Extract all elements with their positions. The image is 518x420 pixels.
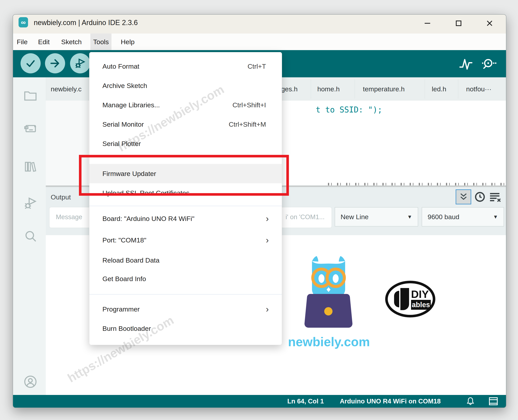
tab-home-h[interactable]: home.h xyxy=(317,77,340,101)
menu-item-reload-board-data[interactable]: Reload Board Data xyxy=(89,251,282,270)
debug-sidebar-icon xyxy=(23,196,38,211)
menu-tools[interactable]: Tools xyxy=(90,34,112,50)
menu-edit[interactable]: Edit xyxy=(35,34,53,50)
menu-item-programmer[interactable]: Programmer › xyxy=(89,300,282,319)
menu-item-auto-format[interactable]: Auto Format Ctrl+T xyxy=(89,57,282,76)
tab-led-h[interactable]: led.h xyxy=(432,77,446,101)
debug-button[interactable] xyxy=(70,53,90,73)
collapse-panel-button[interactable] xyxy=(456,189,471,204)
menu-item-label: Board: "Arduino UNO R4 WiFi" xyxy=(102,215,194,223)
sidebar-item-debug[interactable] xyxy=(23,195,38,211)
diyables-logo: DIY ables xyxy=(385,281,435,317)
message-placeholder-start: Message xyxy=(56,213,82,221)
verify-button[interactable] xyxy=(21,53,41,73)
sidebar-item-search[interactable] xyxy=(23,228,38,244)
diyables-text-bottom: ables xyxy=(411,300,431,310)
menu-item-label: Programmer xyxy=(102,305,140,313)
menu-separator xyxy=(89,206,282,206)
menu-sketch[interactable]: Sketch xyxy=(58,34,84,50)
submenu-chevron-icon: › xyxy=(266,236,270,244)
menu-item-serial-monitor[interactable]: Serial Monitor Ctrl+Shift+M xyxy=(89,115,282,134)
baud-rate-dropdown[interactable]: 9600 baud ▼ xyxy=(422,207,504,226)
dropdown-caret-icon: ▼ xyxy=(407,214,412,220)
diyables-mark xyxy=(394,291,399,307)
dropdown-caret-icon: ▼ xyxy=(493,214,498,220)
submenu-chevron-icon: › xyxy=(266,214,270,223)
serial-plotter-icon xyxy=(459,57,473,71)
board-connection-status[interactable]: Arduino UNO R4 WiFi on COM18 xyxy=(340,395,441,408)
tab-temperature-h[interactable]: temperature.h xyxy=(363,77,405,101)
menu-item-burn-bootloader[interactable]: Burn Bootloader xyxy=(89,319,282,338)
menu-item-label: Manage Libraries... xyxy=(102,101,160,109)
submenu-chevron-icon: › xyxy=(266,305,270,314)
upload-button[interactable] xyxy=(45,53,65,73)
serial-monitor-icon xyxy=(480,57,496,71)
menu-item-shortcut: Ctrl+Shift+M xyxy=(229,120,270,128)
menu-item-board[interactable]: Board: "Arduino UNO R4 WiFi" › xyxy=(89,209,282,228)
tools-dropdown-menu: Auto Format Ctrl+T Archive Sketch Manage… xyxy=(89,52,282,345)
diyables-text-top: DIY xyxy=(411,288,430,298)
menu-item-label: Serial Monitor xyxy=(102,120,144,128)
bell-icon xyxy=(466,397,475,405)
toggle-timestamp-button[interactable] xyxy=(473,190,486,203)
menu-item-label: Auto Format xyxy=(102,62,139,70)
board-icon xyxy=(23,121,38,136)
panel-layout-icon xyxy=(488,397,498,405)
tab-divider xyxy=(458,79,458,99)
tab-divider xyxy=(425,79,425,99)
menu-item-label: Reload Board Data xyxy=(102,256,159,264)
sidebar-item-account[interactable] xyxy=(23,374,38,390)
menu-file[interactable]: File xyxy=(14,34,30,50)
library-icon xyxy=(23,159,38,174)
menu-item-shortcut: Ctrl+Shift+I xyxy=(233,101,270,109)
serial-plotter-button[interactable] xyxy=(458,56,474,72)
menu-help[interactable]: Help xyxy=(118,34,137,50)
menu-item-archive-sketch[interactable]: Archive Sketch xyxy=(89,76,282,95)
tab-notfound-h[interactable]: notfou··· xyxy=(466,77,492,101)
menu-item-label: Burn Bootloader xyxy=(102,325,151,332)
sidebar-item-boards-manager[interactable] xyxy=(23,121,38,136)
clock-icon xyxy=(474,191,486,202)
menu-item-label: Port: "COM18" xyxy=(102,236,146,244)
serial-monitor-button[interactable] xyxy=(480,56,497,72)
diyables-mark xyxy=(400,288,409,310)
menu-item-get-board-info[interactable]: Get Board Info xyxy=(89,269,282,288)
menu-item-label: Archive Sketch xyxy=(102,82,147,90)
arrow-right-icon xyxy=(49,57,61,69)
output-tab-label[interactable]: Output xyxy=(51,193,71,201)
window-title: newbiely.com | Arduino IDE 2.3.6 xyxy=(34,19,138,27)
baud-rate-value: 9600 baud xyxy=(428,213,459,221)
owl-laptop xyxy=(305,294,353,328)
tab-newbiely-ino[interactable]: newbiely.c xyxy=(51,77,82,101)
newbiely-logo-text: newbiely.com xyxy=(287,335,370,349)
menu-bar xyxy=(13,34,506,50)
annotation-highlight-box xyxy=(79,155,289,196)
menu-item-label: Get Board Info xyxy=(102,275,146,283)
check-icon xyxy=(25,57,37,69)
menu-item-serial-plotter[interactable]: Serial Plotter xyxy=(89,134,282,153)
menu-item-manage-libraries[interactable]: Manage Libraries... Ctrl+Shift+I xyxy=(89,95,282,115)
code-line-fragment: t to SSID: "); xyxy=(316,105,382,114)
notifications-button[interactable] xyxy=(465,396,476,406)
clear-output-button[interactable] xyxy=(488,190,502,203)
menu-item-shortcut: Ctrl+T xyxy=(248,62,270,70)
maximize-button[interactable] xyxy=(453,18,464,28)
minimize-button[interactable] xyxy=(422,18,433,28)
sidebar-item-sketchbook[interactable] xyxy=(23,88,38,104)
message-placeholder-end: i' on 'COM1... xyxy=(285,213,325,221)
clipped-code-line xyxy=(328,183,506,185)
toggle-panel-button[interactable] xyxy=(488,396,499,406)
account-icon xyxy=(23,374,38,389)
debug-icon xyxy=(74,57,86,69)
double-chevron-down-icon xyxy=(459,192,468,202)
screenshot-canvas: ∞ newbiely.com | Arduino IDE 2.3.6 File … xyxy=(0,0,518,420)
line-ending-value: New Line xyxy=(341,213,369,221)
arduino-logo-icon: ∞ xyxy=(19,17,28,27)
close-button[interactable] xyxy=(484,18,495,28)
folder-icon xyxy=(23,88,38,103)
clear-output-icon xyxy=(488,191,501,202)
sidebar-item-library-manager[interactable] xyxy=(23,159,38,175)
menu-item-port[interactable]: Port: "COM18" › xyxy=(89,230,282,250)
line-ending-dropdown[interactable]: New Line ▼ xyxy=(335,207,418,226)
search-icon xyxy=(23,228,38,243)
